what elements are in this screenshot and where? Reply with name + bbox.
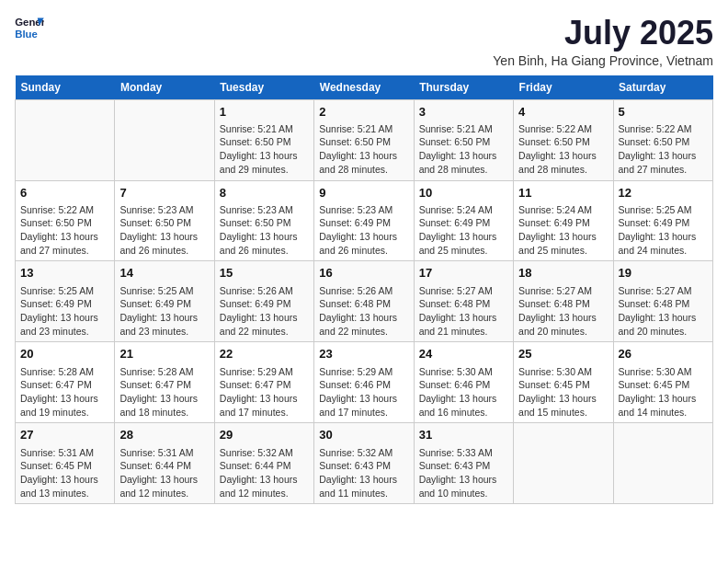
day-number: 23	[319, 346, 408, 362]
day-number: 4	[518, 104, 608, 121]
calendar-week-row: 27Sunrise: 5:31 AM Sunset: 6:45 PM Dayli…	[16, 423, 713, 504]
day-info: Sunrise: 5:28 AM Sunset: 6:47 PM Dayligh…	[119, 365, 209, 419]
calendar-cell: 10Sunrise: 5:24 AM Sunset: 6:49 PM Dayli…	[414, 180, 513, 261]
calendar-cell: 1Sunrise: 5:21 AM Sunset: 6:50 PM Daylig…	[214, 99, 313, 180]
calendar-cell: 23Sunrise: 5:29 AM Sunset: 6:46 PM Dayli…	[314, 342, 414, 423]
day-number: 30	[319, 427, 408, 443]
day-number: 13	[20, 265, 109, 282]
calendar-cell: 7Sunrise: 5:23 AM Sunset: 6:50 PM Daylig…	[115, 180, 214, 261]
day-number: 9	[319, 185, 408, 201]
day-info: Sunrise: 5:21 AM Sunset: 6:50 PM Dayligh…	[319, 122, 408, 177]
day-number: 8	[220, 185, 309, 201]
day-number: 17	[419, 265, 508, 282]
day-number: 6	[20, 185, 109, 201]
calendar-cell: 22Sunrise: 5:29 AM Sunset: 6:47 PM Dayli…	[214, 342, 313, 423]
day-number: 22	[220, 346, 309, 362]
month-title: July 2025	[493, 15, 713, 52]
calendar-cell: 15Sunrise: 5:26 AM Sunset: 6:49 PM Dayli…	[214, 261, 313, 342]
weekday-header-sunday: Sunday	[16, 75, 115, 100]
calendar-cell: 5Sunrise: 5:22 AM Sunset: 6:50 PM Daylig…	[613, 99, 712, 180]
calendar-cell: 4Sunrise: 5:22 AM Sunset: 6:50 PM Daylig…	[514, 99, 613, 180]
day-info: Sunrise: 5:22 AM Sunset: 6:50 PM Dayligh…	[619, 122, 708, 177]
day-number: 25	[518, 346, 608, 362]
day-number: 3	[419, 104, 508, 121]
calendar-cell: 26Sunrise: 5:30 AM Sunset: 6:45 PM Dayli…	[613, 342, 712, 423]
calendar-cell: 3Sunrise: 5:21 AM Sunset: 6:50 PM Daylig…	[414, 99, 513, 180]
weekday-header-thursday: Thursday	[414, 75, 513, 100]
day-number: 12	[619, 185, 708, 201]
day-number: 1	[220, 104, 309, 121]
day-info: Sunrise: 5:32 AM Sunset: 6:43 PM Dayligh…	[319, 446, 408, 500]
day-info: Sunrise: 5:21 AM Sunset: 6:50 PM Dayligh…	[419, 122, 508, 177]
day-info: Sunrise: 5:27 AM Sunset: 6:48 PM Dayligh…	[419, 284, 508, 339]
svg-text:Blue: Blue	[15, 29, 38, 40]
day-number: 24	[419, 346, 508, 362]
day-number: 15	[220, 265, 309, 282]
calendar-cell	[115, 99, 214, 180]
day-info: Sunrise: 5:28 AM Sunset: 6:47 PM Dayligh…	[20, 365, 109, 419]
calendar-cell: 16Sunrise: 5:26 AM Sunset: 6:48 PM Dayli…	[314, 261, 414, 342]
day-number: 10	[419, 185, 508, 201]
weekday-header-friday: Friday	[514, 75, 613, 100]
day-info: Sunrise: 5:27 AM Sunset: 6:48 PM Dayligh…	[619, 284, 708, 339]
day-info: Sunrise: 5:23 AM Sunset: 6:49 PM Dayligh…	[319, 203, 408, 258]
calendar-cell: 13Sunrise: 5:25 AM Sunset: 6:49 PM Dayli…	[16, 261, 115, 342]
day-number: 28	[119, 427, 209, 443]
calendar-cell: 11Sunrise: 5:24 AM Sunset: 6:49 PM Dayli…	[514, 180, 613, 261]
weekday-header-monday: Monday	[115, 75, 214, 100]
day-info: Sunrise: 5:29 AM Sunset: 6:47 PM Dayligh…	[220, 365, 309, 419]
day-info: Sunrise: 5:24 AM Sunset: 6:49 PM Dayligh…	[518, 203, 608, 258]
day-number: 16	[319, 265, 408, 282]
calendar-cell: 12Sunrise: 5:25 AM Sunset: 6:49 PM Dayli…	[613, 180, 712, 261]
day-info: Sunrise: 5:22 AM Sunset: 6:50 PM Dayligh…	[518, 122, 608, 177]
day-info: Sunrise: 5:23 AM Sunset: 6:50 PM Dayligh…	[220, 203, 309, 258]
calendar-cell	[16, 99, 115, 180]
calendar-cell: 30Sunrise: 5:32 AM Sunset: 6:43 PM Dayli…	[314, 423, 414, 504]
weekday-header-tuesday: Tuesday	[214, 75, 313, 100]
calendar-cell: 20Sunrise: 5:28 AM Sunset: 6:47 PM Dayli…	[16, 342, 115, 423]
weekday-header-row: SundayMondayTuesdayWednesdayThursdayFrid…	[16, 75, 713, 100]
day-info: Sunrise: 5:32 AM Sunset: 6:44 PM Dayligh…	[220, 446, 309, 500]
calendar-cell: 27Sunrise: 5:31 AM Sunset: 6:45 PM Dayli…	[16, 423, 115, 504]
day-number: 18	[518, 265, 608, 282]
day-info: Sunrise: 5:30 AM Sunset: 6:45 PM Dayligh…	[619, 365, 708, 419]
calendar-cell: 2Sunrise: 5:21 AM Sunset: 6:50 PM Daylig…	[314, 99, 414, 180]
day-number: 7	[119, 185, 209, 201]
day-number: 21	[119, 346, 209, 362]
calendar-cell: 29Sunrise: 5:32 AM Sunset: 6:44 PM Dayli…	[214, 423, 313, 504]
location: Yen Binh, Ha Giang Province, Vietnam	[493, 53, 713, 68]
day-info: Sunrise: 5:30 AM Sunset: 6:45 PM Dayligh…	[518, 365, 608, 419]
calendar-cell: 14Sunrise: 5:25 AM Sunset: 6:49 PM Dayli…	[115, 261, 214, 342]
calendar-week-row: 1Sunrise: 5:21 AM Sunset: 6:50 PM Daylig…	[16, 99, 713, 180]
day-info: Sunrise: 5:23 AM Sunset: 6:50 PM Dayligh…	[119, 203, 209, 258]
day-info: Sunrise: 5:30 AM Sunset: 6:46 PM Dayligh…	[419, 365, 508, 419]
day-info: Sunrise: 5:33 AM Sunset: 6:43 PM Dayligh…	[419, 446, 508, 500]
day-info: Sunrise: 5:24 AM Sunset: 6:49 PM Dayligh…	[419, 203, 508, 258]
page-header: General Blue July 2025 Yen Binh, Ha Gian…	[15, 15, 713, 68]
calendar-week-row: 13Sunrise: 5:25 AM Sunset: 6:49 PM Dayli…	[16, 261, 713, 342]
day-info: Sunrise: 5:31 AM Sunset: 6:44 PM Dayligh…	[119, 446, 209, 500]
calendar-week-row: 6Sunrise: 5:22 AM Sunset: 6:50 PM Daylig…	[16, 180, 713, 261]
calendar-cell: 21Sunrise: 5:28 AM Sunset: 6:47 PM Dayli…	[115, 342, 214, 423]
logo: General Blue	[15, 15, 44, 40]
day-info: Sunrise: 5:22 AM Sunset: 6:50 PM Dayligh…	[20, 203, 109, 258]
weekday-header-wednesday: Wednesday	[314, 75, 414, 100]
calendar-cell: 28Sunrise: 5:31 AM Sunset: 6:44 PM Dayli…	[115, 423, 214, 504]
calendar-cell: 6Sunrise: 5:22 AM Sunset: 6:50 PM Daylig…	[16, 180, 115, 261]
day-info: Sunrise: 5:26 AM Sunset: 6:49 PM Dayligh…	[220, 284, 309, 339]
day-info: Sunrise: 5:29 AM Sunset: 6:46 PM Dayligh…	[319, 365, 408, 419]
calendar-cell: 18Sunrise: 5:27 AM Sunset: 6:48 PM Dayli…	[514, 261, 613, 342]
day-number: 14	[119, 265, 209, 282]
day-number: 20	[20, 346, 109, 362]
calendar-week-row: 20Sunrise: 5:28 AM Sunset: 6:47 PM Dayli…	[16, 342, 713, 423]
day-number: 11	[518, 185, 608, 201]
day-info: Sunrise: 5:26 AM Sunset: 6:48 PM Dayligh…	[319, 284, 408, 339]
day-info: Sunrise: 5:27 AM Sunset: 6:48 PM Dayligh…	[518, 284, 608, 339]
calendar-cell: 19Sunrise: 5:27 AM Sunset: 6:48 PM Dayli…	[613, 261, 712, 342]
weekday-header-saturday: Saturday	[613, 75, 712, 100]
calendar-cell: 8Sunrise: 5:23 AM Sunset: 6:50 PM Daylig…	[214, 180, 313, 261]
day-info: Sunrise: 5:25 AM Sunset: 6:49 PM Dayligh…	[619, 203, 708, 258]
day-number: 29	[220, 427, 309, 443]
day-number: 2	[319, 104, 408, 121]
calendar-table: SundayMondayTuesdayWednesdayThursdayFrid…	[15, 75, 713, 505]
